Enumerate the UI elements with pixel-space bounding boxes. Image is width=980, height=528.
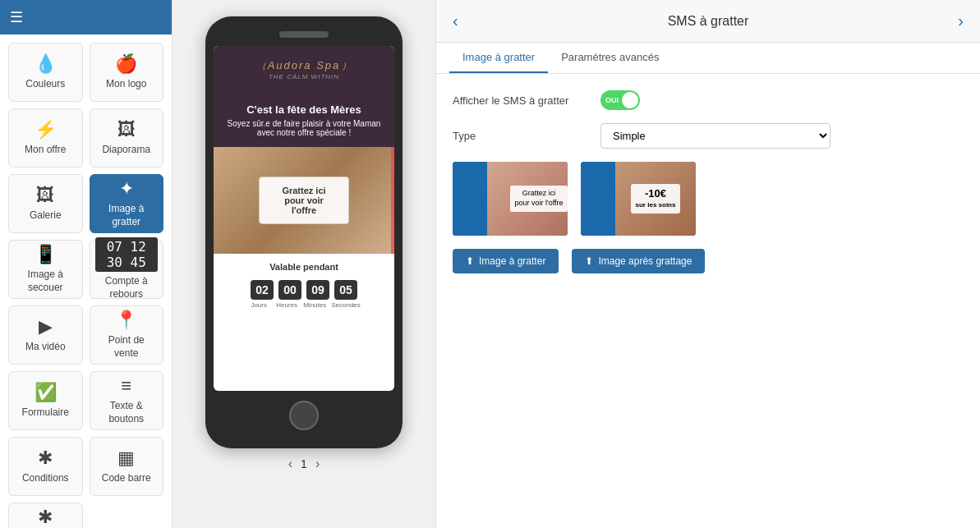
countdown-minutes: 09 bbox=[306, 280, 329, 300]
shake-icon: 📱 bbox=[35, 244, 57, 265]
gallery-icon: 🖼 bbox=[36, 185, 54, 206]
sidebar-item-formulaire[interactable]: ✅ Formulaire bbox=[8, 371, 83, 430]
sidebar-item-mon-logo[interactable]: 🍎 Mon logo bbox=[90, 43, 164, 102]
panel-next-button[interactable]: › bbox=[958, 11, 964, 30]
image-apres-grattage-button[interactable]: ⬆ Image après grattage bbox=[572, 249, 705, 273]
screen-banner: C'est la fête des Mères Soyez sûr.e de f… bbox=[214, 94, 394, 147]
sidebar-item-image-a-secouer[interactable]: 📱 Image à secouer bbox=[8, 240, 83, 299]
afficher-label: Afficher le SMS à gratter bbox=[453, 94, 600, 107]
sidebar-item-code-barre[interactable]: ▦ Code barre bbox=[90, 437, 164, 496]
sidebar-item-label: Formulaire bbox=[22, 406, 69, 420]
sidebar-item-conditions[interactable]: ✱ Conditions bbox=[8, 437, 83, 496]
sidebar-item-label: Point de vente bbox=[95, 334, 159, 360]
type-label: Type bbox=[453, 130, 600, 142]
page-number: 1 bbox=[301, 457, 307, 471]
discount-badge: -10€ sur les soins bbox=[631, 184, 681, 213]
sidebar-item-mon-offre[interactable]: ⚡ Mon offre bbox=[8, 108, 83, 168]
spa-name: Audora Spa bbox=[268, 59, 341, 71]
thumbnail-after: -10€ sur les soins bbox=[581, 162, 696, 236]
sidebar-item-calques-animes[interactable]: ✱ Calques animés bbox=[8, 503, 83, 528]
next-page-arrow[interactable]: › bbox=[315, 457, 320, 471]
barcode-icon: ▦ bbox=[117, 448, 135, 469]
tab-parametres-avances[interactable]: Paramètres avancés bbox=[548, 43, 672, 73]
screen-header: ⟨ Audora Spa ⟩ THE CALM WITHIN bbox=[214, 46, 394, 94]
thumbnail-before: Grattez ici pour voir l'offre bbox=[453, 162, 568, 236]
upload-icon: ⬆ bbox=[466, 255, 474, 267]
image-icon: 🖼 bbox=[117, 119, 136, 140]
sidebar-item-label: Compte à rebours bbox=[95, 275, 159, 301]
phone-frame: ⟨ Audora Spa ⟩ THE CALM WITHIN C'est la … bbox=[205, 16, 403, 448]
scratch-overlay: Grattez ici pour voir l'offre bbox=[259, 177, 349, 224]
banner-title: C'est la fête des Mères bbox=[223, 103, 384, 116]
sidebar-grid: 💧 Couleurs 🍎 Mon logo ⚡ Mon offre 🖼 Diap… bbox=[0, 34, 172, 528]
sidebar-item-label: Ma vidéo bbox=[25, 341, 66, 354]
sidebar-item-texte-boutons[interactable]: ≡ Texte & boutons bbox=[90, 371, 164, 430]
thumb1-text: Grattez ici pour voir l'offre bbox=[510, 186, 567, 211]
sidebar-item-label: Mon offre bbox=[25, 144, 66, 157]
panel-tabs: Image à gratter Paramètres avancés bbox=[436, 43, 980, 74]
afficher-toggle[interactable]: OUI bbox=[600, 90, 640, 110]
sidebar-item-label: Galerie bbox=[30, 209, 62, 223]
hamburger-icon[interactable]: ☰ bbox=[10, 8, 23, 26]
sidebar-item-compte-a-rebours[interactable]: 07 12 30 45 Compte à rebours bbox=[90, 240, 164, 299]
clock-icon: 07 12 30 45 bbox=[95, 237, 159, 272]
right-panel: ‹ SMS à gratter › Image à gratter Paramè… bbox=[435, 0, 980, 528]
panel-body: Afficher le SMS à gratter OUI Type Simpl… bbox=[436, 74, 980, 528]
toggle-on-label: OUI bbox=[605, 96, 619, 104]
location-icon: 📍 bbox=[115, 310, 137, 331]
upload-icon-2: ⬆ bbox=[585, 255, 593, 267]
form-icon: ✅ bbox=[35, 382, 57, 403]
sidebar-item-galerie[interactable]: 🖼 Galerie bbox=[8, 174, 83, 233]
spa-subtitle: THE CALM WITHIN bbox=[269, 73, 339, 80]
bolt-icon: ⚡ bbox=[35, 119, 57, 140]
scratch-icon: ✦ bbox=[119, 178, 134, 200]
phone-home-button[interactable] bbox=[289, 401, 319, 430]
label-minutes: Minutes bbox=[303, 301, 326, 309]
sidebar-item-couleurs[interactable]: 💧 Couleurs bbox=[8, 43, 83, 102]
sidebar-item-label: Mon logo bbox=[106, 78, 146, 91]
sidebar-item-point-de-vente[interactable]: 📍 Point de vente bbox=[90, 305, 164, 365]
label-hours: Heures bbox=[275, 301, 298, 309]
sidebar-item-label: Code barre bbox=[102, 472, 151, 485]
image-buttons: ⬆ Image à gratter ⬆ Image après grattage bbox=[453, 249, 964, 273]
type-row: Type Simple Avancé bbox=[453, 123, 964, 149]
scratch-text-2: pour voir l'offre bbox=[271, 195, 337, 215]
panel-title: SMS à gratter bbox=[668, 14, 749, 29]
countdown-days: 02 bbox=[251, 280, 274, 300]
sidebar-header: ☰ bbox=[0, 0, 172, 34]
image-thumbnails: Grattez ici pour voir l'offre -10€ bbox=[453, 162, 964, 236]
scratch-image-area: Grattez ici pour voir l'offre bbox=[214, 147, 394, 254]
play-icon: ▶ bbox=[39, 316, 53, 337]
countdown-seconds: 05 bbox=[334, 280, 357, 300]
scratch-text-1: Grattez ici bbox=[271, 186, 337, 195]
valid-label: Valable pendant bbox=[214, 254, 394, 277]
countdown-hours: 00 bbox=[278, 280, 301, 300]
banner-text: Soyez sûr.e de faire plaisir à votre Mam… bbox=[223, 119, 384, 137]
conditions-icon: ✱ bbox=[38, 448, 53, 469]
sidebar-item-diaporama[interactable]: 🖼 Diaporama bbox=[90, 108, 164, 168]
sidebar-item-label: Texte & boutons bbox=[95, 400, 159, 425]
sidebar-item-image-a-gratter[interactable]: ✦ Image à gratter bbox=[90, 174, 164, 233]
countdown-labels: Jours Heures Minutes Secondes bbox=[214, 301, 394, 314]
image-a-gratter-button[interactable]: ⬆ Image à gratter bbox=[453, 249, 559, 273]
label-seconds: Secondes bbox=[331, 301, 361, 309]
sidebar-item-label: Image à gratter bbox=[95, 203, 159, 228]
sidebar-item-label: Image à secouer bbox=[14, 269, 77, 294]
sidebar-item-label: Conditions bbox=[22, 472, 69, 485]
phone-pagination: ‹ 1 › bbox=[288, 457, 320, 471]
text-icon: ≡ bbox=[121, 375, 131, 397]
main-area: ⟨ Audora Spa ⟩ THE CALM WITHIN C'est la … bbox=[173, 0, 980, 528]
panel-header: ‹ SMS à gratter › bbox=[436, 0, 980, 43]
label-days: Jours bbox=[247, 301, 270, 309]
sidebar-item-label: Diaporama bbox=[102, 144, 150, 157]
sidebar: ☰ 💧 Couleurs 🍎 Mon logo ⚡ Mon offre 🖼 Di… bbox=[0, 0, 173, 528]
apple-icon: 🍎 bbox=[115, 53, 137, 75]
panel-prev-button[interactable]: ‹ bbox=[453, 11, 458, 30]
prev-page-arrow[interactable]: ‹ bbox=[288, 457, 292, 471]
phone-screen: ⟨ Audora Spa ⟩ THE CALM WITHIN C'est la … bbox=[214, 46, 394, 391]
afficher-row: Afficher le SMS à gratter OUI bbox=[453, 90, 964, 110]
sidebar-item-ma-video[interactable]: ▶ Ma vidéo bbox=[8, 305, 83, 365]
tab-image-a-gratter[interactable]: Image à gratter bbox=[449, 43, 548, 73]
phone-speaker bbox=[279, 31, 329, 38]
type-select[interactable]: Simple Avancé bbox=[600, 123, 830, 149]
